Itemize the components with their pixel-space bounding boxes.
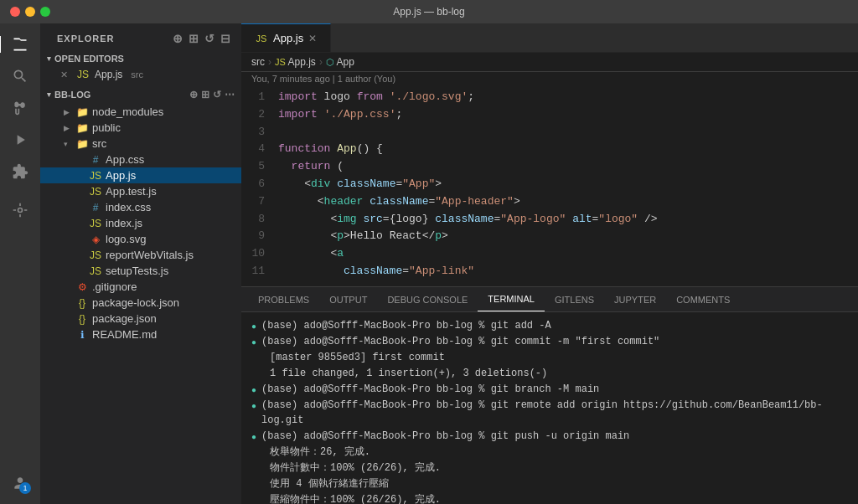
notification-badge: 1 (19, 482, 31, 494)
js-icon: JS (89, 186, 102, 198)
refresh-project-icon[interactable]: ↺ (213, 89, 221, 100)
terminal-content[interactable]: ● (base) ado@Sofff-MacBook-Pro bb-log % … (241, 312, 858, 504)
code-line-5: 5 return ( (241, 158, 858, 176)
tree-app-test-js[interactable]: JS App.test.js (40, 183, 241, 199)
tab-comments[interactable]: COMMENTS (666, 287, 740, 311)
term-text: 枚舉物件：26, 完成. (270, 445, 370, 460)
tree-node-modules[interactable]: ▶ 📁 node_modules (40, 104, 241, 120)
files-icon[interactable] (6, 30, 34, 59)
code-line-6: 6 <div className="App"> (241, 176, 858, 193)
new-file-project-icon[interactable]: ⊕ (189, 89, 198, 100)
sidebar-header-icons: ⊕ ⊞ ↺ ⊟ (173, 32, 231, 45)
tab-jupyter[interactable]: JUPYTER (604, 287, 666, 311)
term-text: [master 9855ed3] first commit (270, 350, 445, 365)
breadcrumb-app[interactable]: ⬡ App (326, 56, 354, 68)
tree-index-js[interactable]: JS index.js (40, 215, 241, 231)
sidebar-section: ▾ OPEN EDITORS ✕ JS App.js src ▾ BB-LOG … (40, 50, 241, 504)
close-icon[interactable]: ✕ (60, 69, 68, 80)
run-icon[interactable] (6, 126, 34, 154)
term-line: ● (base) ado@Sofff-MacBook-Pro bb-log % … (251, 334, 848, 349)
terminal-panel: PROBLEMS OUTPUT DEBUG CONSOLE TERMINAL G… (241, 286, 858, 504)
tree-label: README.md (92, 328, 157, 341)
term-line: 壓縮物件中：100% (26/26), 完成. (251, 492, 848, 504)
explorer-label: EXPLORER (57, 33, 115, 44)
tree-src[interactable]: ▾ 📁 src (40, 136, 241, 152)
tab-problems[interactable]: PROBLEMS (248, 287, 319, 311)
sidebar-header: EXPLORER ⊕ ⊞ ↺ ⊟ (40, 23, 241, 50)
git-icon: ⚙ (75, 281, 89, 293)
breadcrumb-src[interactable]: src (251, 56, 265, 68)
tree-app-js[interactable]: JS App.js (40, 167, 241, 183)
tree-label: public (92, 121, 121, 134)
more-options-icon[interactable]: ⋯ (225, 89, 235, 100)
code-editor[interactable]: 1 import logo from './logo.svg'; 2 impor… (241, 85, 858, 286)
tree-label: index.js (106, 217, 142, 229)
extensions-icon[interactable] (6, 157, 34, 186)
titlebar: App.js — bb-log (0, 0, 858, 23)
breadcrumb-appjs[interactable]: JS App.js (275, 56, 316, 68)
gitlens-icon[interactable] (6, 196, 34, 224)
code-line-1: 1 import logo from './logo.svg'; (241, 89, 858, 106)
sidebar: EXPLORER ⊕ ⊞ ↺ ⊟ ▾ OPEN EDITORS ✕ JS App… (40, 23, 241, 504)
code-line-2: 2 import './App.css'; (241, 106, 858, 124)
tree-package-json[interactable]: {} package.json (40, 311, 241, 327)
term-line: 使用 4 個執行緒進行壓縮 (251, 476, 848, 491)
main-layout: 1 EXPLORER ⊕ ⊞ ↺ ⊟ ▾ OPEN EDITORS ✕ JS A… (0, 23, 858, 504)
css-icon: # (89, 202, 102, 213)
json-icon: {} (75, 313, 89, 325)
tab-app-js[interactable]: JS App.js ✕ (241, 23, 331, 52)
tab-js-icon: JS (255, 33, 268, 44)
bc-js-icon: JS (275, 57, 286, 67)
tree-index-css[interactable]: # index.css (40, 199, 241, 215)
term-line: ● (base) ado@Sofff-MacBook-Pro bb-log % … (251, 382, 848, 397)
tree-readme[interactable]: ℹ README.md (40, 327, 241, 342)
term-dot: ● (251, 321, 256, 333)
source-control-icon[interactable] (6, 94, 34, 122)
project-section[interactable]: ▾ BB-LOG ⊕ ⊞ ↺ ⋯ (40, 85, 241, 104)
tab-close-icon[interactable]: ✕ (308, 33, 317, 44)
tab-debug-console[interactable]: DEBUG CONSOLE (377, 287, 478, 311)
tree-logo-svg[interactable]: ◈ logo.svg (40, 231, 241, 247)
editor-area: JS App.js ✕ src › JS App.js › ⬡ App You,… (241, 23, 858, 504)
open-editor-filename: App.js (95, 69, 122, 80)
tab-output[interactable]: OUTPUT (319, 287, 377, 311)
code-line-8: 8 <img src={logo} className="App-logo" a… (241, 211, 858, 229)
tab-terminal[interactable]: TERMINAL (478, 287, 545, 311)
code-line-3: 3 (241, 124, 858, 141)
tree-setuptests[interactable]: JS setupTests.js (40, 263, 241, 279)
code-line-4: 4 function App() { (241, 141, 858, 158)
maximize-button[interactable] (40, 7, 50, 17)
folder-icon: 📁 (75, 138, 89, 150)
js-icon: JS (89, 218, 102, 229)
account-icon[interactable]: 1 (6, 469, 34, 497)
open-editor-app-js[interactable]: ✕ JS App.js src (40, 67, 241, 82)
collapse-icon[interactable]: ⊟ (220, 32, 231, 45)
search-icon[interactable] (6, 62, 34, 90)
new-file-icon[interactable]: ⊕ (173, 32, 183, 45)
open-editors-section[interactable]: ▾ OPEN EDITORS (40, 50, 241, 67)
tree-label: package.json (92, 312, 157, 325)
close-button[interactable] (10, 7, 20, 17)
tree-label: setupTests.js (106, 265, 168, 277)
window-controls (10, 7, 50, 17)
tab-gitlens[interactable]: GITLENS (545, 287, 604, 311)
term-text: (base) ado@Sofff-MacBook-Pro bb-log % gi… (261, 429, 629, 444)
breadcrumb: src › JS App.js › ⬡ App (241, 53, 858, 72)
tree-gitignore[interactable]: ⚙ .gitignore (40, 279, 241, 295)
new-folder-icon[interactable]: ⊞ (189, 32, 199, 45)
terminal-tabs: PROBLEMS OUTPUT DEBUG CONSOLE TERMINAL G… (241, 287, 858, 312)
folder-icon: 📁 (75, 122, 89, 134)
tree-app-css[interactable]: # App.css (40, 152, 241, 167)
new-folder-project-icon[interactable]: ⊞ (201, 89, 209, 100)
term-dot: ● (251, 337, 256, 349)
tree-public[interactable]: ▶ 📁 public (40, 120, 241, 136)
term-line: 物件計數中：100% (26/26), 完成. (251, 460, 848, 476)
tree-package-lock[interactable]: {} package-lock.json (40, 295, 241, 311)
js-file-icon: JS (76, 69, 90, 80)
minimize-button[interactable] (25, 7, 35, 17)
titlebar-title: App.js — bb-log (393, 6, 464, 18)
term-text: 壓縮物件中：100% (26/26), 完成. (270, 492, 441, 504)
tree-report-webvitals[interactable]: JS reportWebVitals.js (40, 247, 241, 263)
tree-label: reportWebVitals.js (106, 249, 194, 261)
refresh-icon[interactable]: ↺ (204, 32, 215, 45)
